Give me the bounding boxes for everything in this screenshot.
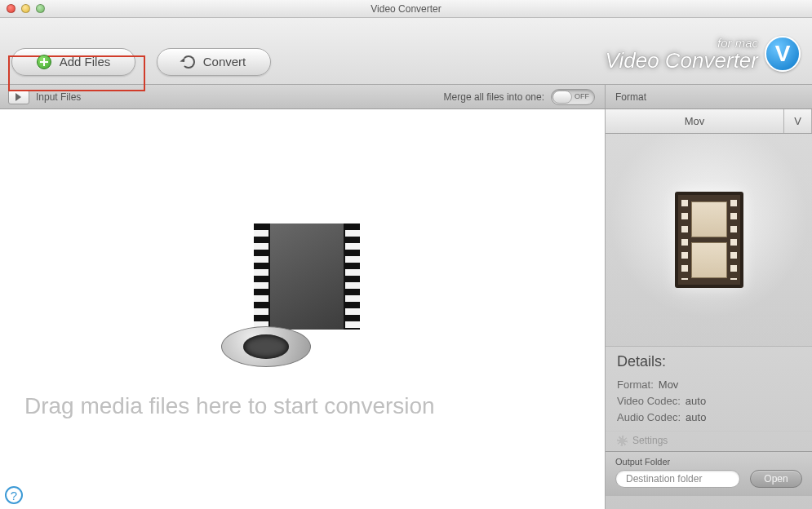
destination-folder-input[interactable]: Destination folder	[615, 470, 740, 488]
film-thumbnail-icon	[675, 192, 743, 288]
format-tab-main-label: Mov	[685, 115, 705, 127]
brand-badge-icon: V	[765, 36, 801, 72]
convert-button[interactable]: Convert	[157, 48, 271, 76]
help-icon: ?	[11, 489, 17, 502]
drop-hint: Drag media files here to start conversio…	[24, 393, 435, 419]
details-heading: Details:	[617, 353, 801, 370]
merge-label: Merge all files into one:	[444, 91, 544, 103]
format-tab-side-label: V	[794, 115, 801, 127]
add-files-button[interactable]: Add Files	[11, 48, 135, 76]
format-value: Mov	[659, 378, 679, 391]
convert-label: Convert	[203, 55, 246, 69]
format-tab-main[interactable]: Mov	[606, 109, 784, 133]
format-preview	[606, 134, 812, 346]
drop-area[interactable]: Drag media files here to start conversio…	[0, 109, 606, 509]
format-tab-side[interactable]: V	[784, 109, 812, 133]
format-panel: Mov V Details: Format: Mov Video Codec: …	[606, 109, 812, 509]
destination-placeholder: Destination folder	[626, 473, 702, 485]
subheader: Input Files Merge all files into one: OF…	[0, 85, 812, 109]
brand: for mac Video Converter V	[606, 36, 801, 72]
output-folder-label: Output Folder	[615, 457, 802, 467]
format-section-label: Format	[606, 91, 812, 103]
audio-codec-label: Audio Codec:	[617, 411, 681, 423]
help-button[interactable]: ?	[5, 486, 23, 504]
titlebar: Video Converter	[0, 0, 812, 18]
input-files-icon[interactable]	[8, 90, 29, 104]
video-codec-value: auto	[686, 395, 706, 407]
video-codec-label: Video Codec:	[617, 395, 681, 407]
merge-toggle[interactable]: OFF	[551, 89, 595, 105]
brand-title: Video Converter	[606, 50, 758, 72]
input-files-label: Input Files	[36, 91, 81, 103]
gear-icon	[617, 436, 628, 446]
details-section: Details: Format: Mov Video Codec: auto A…	[606, 346, 812, 431]
output-folder-section: Output Folder Destination folder Open	[606, 451, 812, 496]
film-illustration-icon	[221, 224, 384, 362]
open-folder-button[interactable]: Open	[750, 470, 802, 488]
plus-icon	[37, 55, 51, 69]
settings-button[interactable]: Settings	[606, 431, 812, 451]
settings-label: Settings	[632, 435, 668, 446]
toolbar: Add Files Convert for mac Video Converte…	[0, 18, 812, 85]
audio-codec-value: auto	[686, 411, 706, 423]
merge-toggle-state: OFF	[575, 92, 589, 100]
format-label: Format:	[617, 378, 654, 391]
add-files-label: Add Files	[60, 55, 111, 69]
window-title: Video Converter	[0, 3, 812, 15]
convert-icon	[182, 55, 195, 69]
open-label: Open	[764, 473, 788, 485]
